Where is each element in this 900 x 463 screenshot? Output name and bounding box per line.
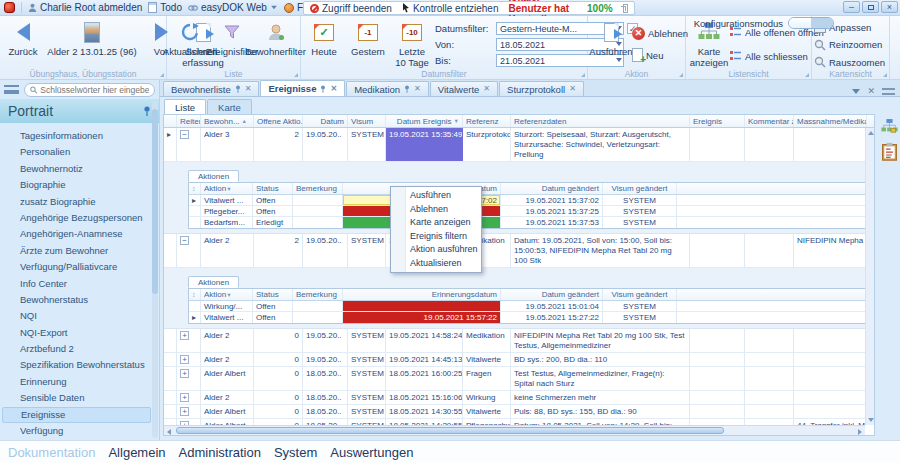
row-collapse-button[interactable]	[180, 236, 189, 245]
patient-button[interactable]: Alder 2 13.01.25 (96)	[44, 19, 140, 58]
search-input[interactable]	[40, 85, 149, 95]
column-header-referenz[interactable]: Referenz	[463, 115, 511, 127]
zugriff-beenden-button[interactable]: Zugriff beenden	[310, 3, 392, 14]
table-row[interactable]: Alder 2 0 19.05.20.. SYSTEM 19.05.2021 1…	[164, 329, 865, 353]
column-header-status[interactable]: Status	[253, 183, 293, 194]
row-expand-button[interactable]	[180, 407, 189, 416]
sidebar-item[interactable]: Tagesinformationen	[2, 128, 151, 144]
sidebar-item[interactable]: Sensible Daten	[2, 390, 151, 406]
column-header-visum-geaendert[interactable]: Visum geändert	[603, 183, 677, 194]
sidebar-item[interactable]: Bewohnerstatus	[2, 292, 151, 308]
sidebar-item[interactable]: NQI-Export	[2, 325, 151, 341]
table-row[interactable]: Alder 2 0 18.05.20.. SYSTEM 18.05.2021 1…	[164, 391, 865, 405]
tab-list-dropdown-icon[interactable]	[852, 89, 860, 94]
restore-button[interactable]	[862, 1, 879, 13]
ablehnen-button[interactable]: ✕ Ablehnen	[632, 25, 688, 41]
close-icon[interactable]: ✕	[483, 85, 490, 93]
rauszoomen-button[interactable]: Rauszoomen	[814, 56, 885, 69]
aktion-row[interactable]: Pflegeber... Offen 19.05.2021 15:37:25 S…	[189, 206, 865, 217]
row-collapse-button[interactable]	[180, 130, 189, 139]
horizontal-scrollbar[interactable]	[164, 425, 865, 435]
scroll-left-icon[interactable]	[167, 429, 171, 435]
column-header-aktion[interactable]: Aktion	[201, 289, 253, 300]
column-header-bemerkung[interactable]: Bemerkung	[293, 183, 343, 194]
subtab-liste[interactable]: Liste	[164, 99, 206, 114]
column-header-referenzdaten[interactable]: Referenzdaten	[511, 115, 690, 127]
zurueck-button[interactable]: Zurück	[2, 19, 44, 58]
sidebar-item[interactable]: Verfügung	[2, 423, 151, 439]
tab-bewohnerliste[interactable]: Bewohnerliste ✕	[163, 81, 259, 96]
ausfuehren-button[interactable]: Ausführen	[590, 19, 632, 58]
column-header-erinnerungsdatum[interactable]: Erinnerungsdatum	[343, 289, 501, 300]
table-row[interactable]: Alder 2 2 19.05.20.. SYSTEM 19.05.2021 1…	[164, 234, 865, 268]
sidebar-item[interactable]: zusatz Biographie	[2, 194, 151, 210]
todo-button[interactable]: Todo	[148, 2, 182, 13]
close-tab-icon[interactable]: ✕	[867, 86, 875, 96]
tab-vitalwerte[interactable]: Vitalwerte ✕	[430, 81, 498, 96]
column-header-ereignis[interactable]: Ereignis	[690, 115, 745, 127]
column-header-datum-geaendert[interactable]: Datum geändert	[501, 183, 603, 194]
aktion-row[interactable]: Vitalwert ... Offen 19.05.2021 16:07:02 …	[189, 195, 865, 206]
column-header-visum-geaendert[interactable]: Visum geändert	[603, 289, 677, 300]
sidebar-item[interactable]: NQI	[2, 308, 151, 324]
pin-icon[interactable]	[320, 85, 326, 93]
pin-icon[interactable]	[143, 106, 151, 116]
context-menu-item[interactable]: Aktualisieren	[391, 257, 481, 271]
subtab-karte[interactable]: Karte	[207, 99, 252, 114]
tab-ereignisse[interactable]: Ereignisse ✕	[260, 80, 345, 96]
context-menu-item[interactable]: Ereignis filtern	[391, 230, 481, 244]
sidebar-scrollbar[interactable]	[152, 101, 158, 438]
sidebar-item[interactable]: Verfügung/Palliativcare	[2, 259, 151, 275]
gestern-button[interactable]: -1 Gestern	[347, 19, 389, 58]
column-header-kommentar[interactable]: Kommentar zum Er...	[745, 115, 794, 127]
close-icon[interactable]: ✕	[245, 85, 252, 93]
aktualisieren-button[interactable]: Aktualisieren	[169, 19, 211, 58]
sidebar-item[interactable]: Personalien	[2, 144, 151, 160]
context-menu-item[interactable]: Aktion ausführen	[391, 243, 481, 257]
karte-dock-icon[interactable]	[881, 118, 898, 134]
module-tab[interactable]: Administration	[179, 445, 261, 460]
logout-button[interactable]: Charlie Root abmelden	[28, 2, 142, 13]
scroll-right-icon[interactable]	[858, 429, 862, 435]
column-header-datum-geaendert[interactable]: Datum geändert	[501, 289, 603, 300]
scrollbar-thumb[interactable]	[176, 427, 724, 434]
vertical-scrollbar[interactable]	[865, 128, 874, 425]
sidebar-item[interactable]: Angehörigen-Anamnese	[2, 226, 151, 242]
column-header-status[interactable]: Status	[253, 289, 293, 300]
row-expand-button[interactable]	[180, 393, 189, 402]
sidebar-item[interactable]: Info Center	[2, 276, 151, 292]
close-icon[interactable]: ✕	[414, 85, 421, 93]
context-menu-item[interactable]: Karte anzeigen	[391, 216, 481, 230]
sidebar-item[interactable]: Arztbefund 2	[2, 341, 151, 357]
close-icon[interactable]: ✕	[330, 85, 337, 93]
aktionen-tab[interactable]: Aktionen	[188, 276, 239, 288]
tab-sturzprotokoll[interactable]: Sturzprotokoll ✕	[499, 81, 584, 96]
sidebar-item[interactable]: Biographie	[2, 177, 151, 193]
pin-icon[interactable]	[235, 85, 241, 93]
scroll-up-icon[interactable]	[868, 131, 874, 135]
table-row[interactable]: Alder Albert 0 18.05.20.. SYSTEM 18.05.2…	[164, 405, 865, 419]
sidebar-item[interactable]: Angehörige Bezugspersonen	[2, 210, 151, 226]
bewohnerfilter-button[interactable]: Bewohnerfilter	[253, 19, 298, 58]
module-tab[interactable]: Allgemein	[108, 445, 165, 460]
tab-menu-icon[interactable]	[882, 88, 895, 95]
kontrolle-entziehen-button[interactable]: Kontrolle entziehen	[402, 3, 499, 14]
reinzoomen-button[interactable]: Reinzoomen	[814, 38, 882, 51]
column-header-offene-aktionen[interactable]: Offene Aktio...	[254, 115, 303, 127]
module-tab[interactable]: Dokumentation	[8, 445, 95, 460]
heute-button[interactable]: ✓ Heute	[303, 19, 345, 58]
module-tab[interactable]: System	[274, 445, 317, 460]
selected-cell[interactable]: 19.05.2021 15:35:49	[386, 128, 463, 161]
sidebar-item[interactable]: Bewohnernotiz	[2, 161, 151, 177]
menu-icon[interactable]	[4, 85, 19, 94]
table-row[interactable]: Alder Albert 0 18.05.20.. SYSTEM 18.05.2…	[164, 367, 865, 391]
neu-button[interactable]: Neu	[632, 47, 688, 63]
close-icon[interactable]: ✕	[569, 85, 576, 93]
column-header-visum[interactable]: Visum	[348, 115, 386, 127]
column-header-bemerkung[interactable]: Bemerkung	[293, 289, 343, 300]
column-header-reiter[interactable]: Reiter	[177, 115, 201, 127]
pin-icon[interactable]	[404, 85, 410, 93]
context-menu-item[interactable]: Ablehnen	[391, 203, 481, 217]
sidebar-item[interactable]: Spezifikation Bewohnerstatus	[2, 357, 151, 373]
column-header-bewohner[interactable]: Bewohn...	[201, 115, 254, 127]
